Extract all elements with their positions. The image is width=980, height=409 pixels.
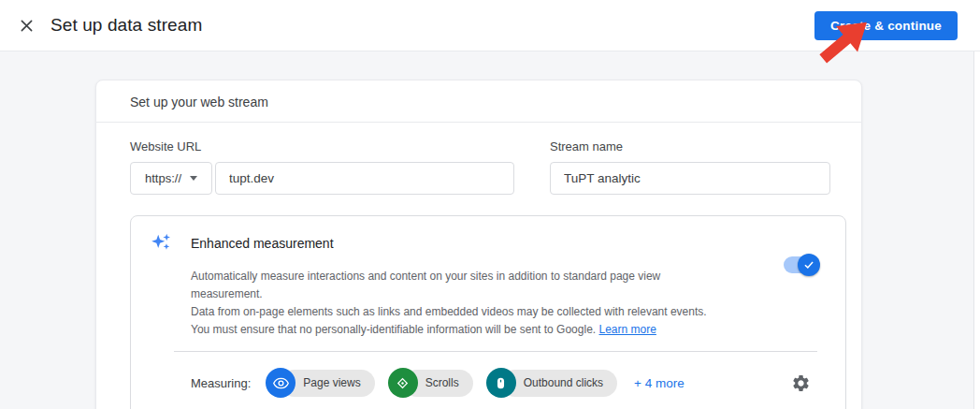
enhanced-measurement-toggle[interactable] bbox=[784, 256, 817, 274]
enhanced-measurement-header: Enhanced measurement bbox=[150, 231, 823, 256]
stream-name-field: Stream name bbox=[550, 139, 830, 195]
chip-scrolls[interactable]: Scrolls bbox=[388, 368, 473, 398]
protocol-value: https:// bbox=[145, 171, 181, 185]
chip-page-views[interactable]: Page views bbox=[266, 368, 374, 398]
learn-more-link[interactable]: Learn more bbox=[599, 323, 656, 336]
stream-name-label: Stream name bbox=[550, 139, 830, 153]
website-url-input[interactable] bbox=[215, 162, 514, 195]
create-continue-button[interactable]: Create & continue bbox=[814, 11, 958, 40]
chip-outbound-clicks[interactable]: Outbound clicks bbox=[486, 368, 617, 398]
website-url-label: Website URL bbox=[130, 139, 514, 153]
stream-name-input[interactable] bbox=[550, 162, 830, 195]
website-url-group: https:// bbox=[130, 162, 514, 195]
website-url-field: Website URL https:// bbox=[130, 139, 514, 195]
gear-icon[interactable] bbox=[789, 372, 812, 394]
close-icon[interactable] bbox=[13, 12, 39, 38]
mouse-icon bbox=[486, 368, 516, 398]
divider bbox=[174, 351, 817, 352]
measuring-row: Measuring: Page views bbox=[191, 366, 823, 400]
protocol-select[interactable]: https:// bbox=[130, 162, 212, 195]
scroll-diamond-icon bbox=[388, 368, 418, 398]
enhanced-measurement-description: Automatically measure interactions and c… bbox=[191, 268, 711, 339]
card-body: Website URL https:// Stream name bbox=[96, 123, 861, 409]
chevron-down-icon bbox=[190, 176, 197, 181]
more-events-link[interactable]: + 4 more bbox=[634, 376, 685, 390]
page-title: Set up data stream bbox=[50, 15, 202, 36]
stream-form-row: Website URL https:// Stream name bbox=[130, 139, 844, 195]
enhanced-measurement-panel: Enhanced measurement Automatically measu… bbox=[130, 215, 846, 409]
measuring-label: Measuring: bbox=[191, 376, 251, 390]
description-line-1: Automatically measure interactions and c… bbox=[191, 268, 711, 303]
chip-label: Outbound clicks bbox=[501, 370, 617, 397]
sparkle-icon bbox=[150, 231, 174, 256]
setup-card: Set up your web stream Website URL https… bbox=[95, 80, 862, 409]
scrollbar-track[interactable] bbox=[973, 51, 980, 409]
enhanced-measurement-title: Enhanced measurement bbox=[191, 236, 334, 251]
description-line-2: Data from on-page elements such as links… bbox=[191, 303, 711, 339]
card-title: Set up your web stream bbox=[96, 80, 861, 123]
toggle-thumb-check-icon bbox=[798, 254, 820, 276]
topbar: Set up data stream Create & continue bbox=[0, 0, 980, 51]
